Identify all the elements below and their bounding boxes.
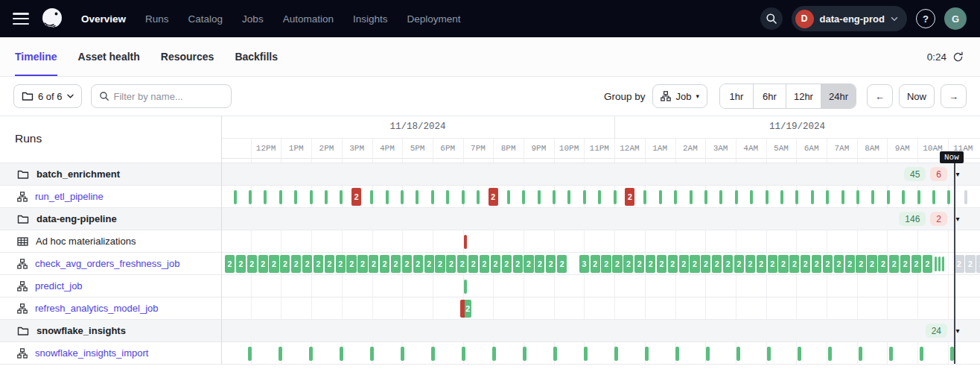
run-marker[interactable]	[942, 256, 945, 271]
help-button[interactable]: ?	[916, 9, 935, 28]
run-marker[interactable]	[583, 190, 586, 204]
run-batch-marker[interactable]: 2	[336, 255, 346, 273]
run-marker[interactable]	[370, 190, 373, 204]
run-marker[interactable]	[294, 190, 297, 204]
run-marker[interactable]	[614, 190, 617, 204]
nav-item-overview[interactable]: Overview	[81, 13, 126, 25]
run-batch-marker[interactable]: 2	[612, 255, 622, 273]
run-batch-marker[interactable]: 2	[679, 255, 689, 273]
run-batch-marker[interactable]: 2	[457, 255, 467, 273]
run-marker[interactable]	[841, 190, 844, 204]
run-marker[interactable]	[938, 256, 941, 271]
nav-item-insights[interactable]: Insights	[353, 13, 388, 25]
run-batch-marker[interactable]: 2	[789, 255, 799, 273]
run-batch-marker[interactable]: 2	[247, 255, 257, 273]
run-marker[interactable]	[947, 190, 950, 204]
run-marker[interactable]	[249, 190, 252, 204]
repository-scope-dropdown[interactable]: 6 of 6	[13, 84, 82, 108]
run-marker[interactable]	[920, 347, 923, 361]
expand-toggle[interactable]: ▾	[951, 324, 964, 338]
run-marker[interactable]	[340, 347, 343, 361]
range-1hr[interactable]: 1hr	[720, 84, 753, 108]
job-link[interactable]: predict_job	[35, 280, 83, 292]
run-batch-marker[interactable]: 2	[623, 255, 633, 273]
run-marker[interactable]	[690, 190, 693, 204]
run-batch-marker[interactable]: 3	[579, 255, 589, 273]
run-marker[interactable]	[279, 347, 282, 361]
run-batch-marker[interactable]: 2	[867, 255, 876, 273]
run-batch-marker[interactable]: 2	[391, 255, 401, 273]
run-marker[interactable]	[464, 280, 467, 294]
run-marker[interactable]	[935, 256, 938, 271]
run-marker[interactable]	[234, 190, 237, 204]
run-marker[interactable]	[370, 347, 374, 361]
menu-icon[interactable]	[13, 13, 29, 25]
run-batch-marker[interactable]: 2	[280, 255, 290, 273]
nav-item-runs[interactable]: Runs	[145, 13, 169, 25]
run-batch-marker[interactable]: 2	[965, 255, 975, 273]
jump-to-now-button[interactable]: Now	[899, 84, 935, 108]
tab-timeline[interactable]: Timeline	[15, 37, 57, 76]
run-batch-marker[interactable]: 2	[446, 255, 456, 273]
run-batch-marker[interactable]: 2	[291, 255, 301, 273]
run-batch-marker[interactable]: 2	[634, 255, 644, 273]
run-marker[interactable]	[950, 347, 954, 361]
run-marker[interactable]	[706, 347, 710, 361]
run-batch-marker[interactable]: 2	[369, 255, 378, 273]
run-batch-marker[interactable]: 2	[557, 255, 567, 273]
run-batch-marker[interactable]: 2	[435, 255, 445, 273]
run-marker[interactable]	[917, 190, 920, 204]
nav-item-catalog[interactable]: Catalog	[188, 13, 223, 25]
filter-by-name-input[interactable]	[114, 91, 245, 102]
run-marker[interactable]	[659, 190, 662, 204]
range-12hr[interactable]: 12hr	[786, 84, 821, 108]
run-batch-marker[interactable]: 2	[489, 188, 498, 206]
range-6hr[interactable]: 6hr	[753, 84, 786, 108]
run-marker[interactable]	[325, 190, 328, 204]
run-marker[interactable]	[828, 347, 832, 361]
job-link[interactable]: check_avg_orders_freshness_job	[35, 258, 179, 269]
run-batch-marker[interactable]: 2	[745, 255, 755, 273]
run-batch-marker[interactable]: 2	[402, 255, 412, 273]
run-batch-marker[interactable]: 2	[535, 255, 544, 273]
run-marker[interactable]	[248, 347, 252, 361]
job-link[interactable]: refresh_analytics_model_job	[35, 303, 158, 314]
run-batch-marker[interactable]: 2	[314, 255, 323, 273]
run-marker[interactable]	[310, 190, 313, 204]
run-batch-marker[interactable]: 2	[834, 255, 844, 273]
run-marker[interactable]	[553, 347, 557, 361]
run-marker[interactable]	[553, 190, 556, 204]
nav-item-deployment[interactable]: Deployment	[407, 13, 460, 25]
run-marker[interactable]	[795, 190, 798, 204]
user-avatar[interactable]: G	[944, 7, 967, 30]
group-by-dropdown[interactable]: Job ▾	[652, 84, 707, 108]
run-batch-marker[interactable]: 2	[424, 255, 434, 273]
run-marker[interactable]	[902, 190, 905, 204]
run-batch-marker[interactable]: 2	[768, 255, 777, 273]
run-marker[interactable]	[567, 190, 570, 204]
search-button[interactable]	[760, 7, 783, 30]
run-marker[interactable]	[887, 190, 890, 204]
run-marker[interactable]	[735, 190, 738, 204]
nav-item-jobs[interactable]: Jobs	[242, 13, 264, 25]
run-batch-marker[interactable]: 2	[690, 255, 699, 273]
run-batch-marker[interactable]: 2	[734, 255, 744, 273]
run-batch-marker[interactable]: 2	[801, 255, 810, 273]
run-marker[interactable]	[614, 347, 618, 361]
tab-asset-health[interactable]: Asset health	[78, 37, 140, 76]
run-marker[interactable]	[811, 190, 814, 204]
run-batch-marker[interactable]: 2	[778, 255, 788, 273]
run-batch-marker[interactable]: 2	[480, 255, 489, 273]
run-batch-marker[interactable]: 2	[351, 188, 361, 206]
run-marker[interactable]	[401, 190, 404, 204]
dagster-logo-icon[interactable]	[39, 6, 65, 31]
run-batch-marker[interactable]: 2	[625, 188, 634, 206]
run-marker[interactable]	[279, 190, 282, 204]
run-batch-marker[interactable]: 2	[701, 255, 710, 273]
run-marker[interactable]	[964, 190, 967, 204]
run-batch-marker[interactable]: 2	[601, 255, 611, 273]
run-marker[interactable]	[538, 190, 541, 204]
run-marker[interactable]	[798, 347, 801, 361]
run-marker[interactable]	[856, 190, 859, 204]
expand-toggle[interactable]: ▾	[951, 168, 964, 181]
